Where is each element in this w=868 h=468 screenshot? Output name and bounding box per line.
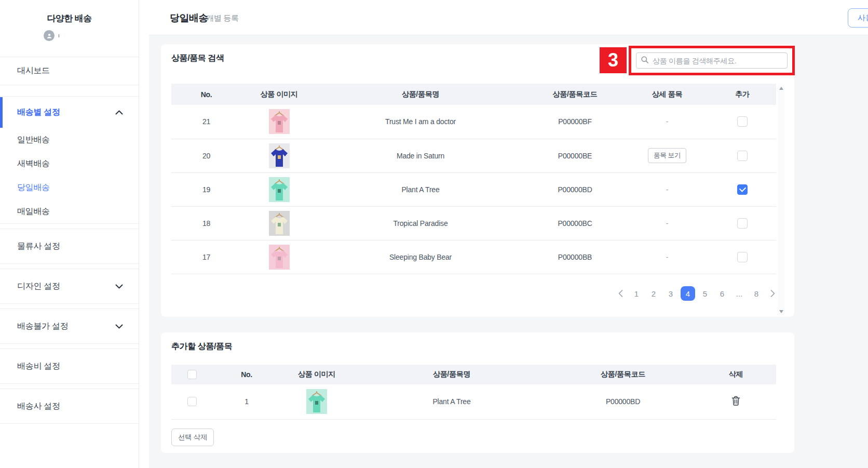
col-name: 상품/품목명 — [317, 84, 524, 105]
product-search-table: No. 상품 이미지 상품/품목명 상품/품목코드 상세 품목 추가 21 Tr… — [171, 84, 776, 274]
usage-guide-button[interactable]: 사용 — [848, 8, 868, 28]
pagination-page-active[interactable]: 4 — [681, 286, 695, 301]
product-image — [306, 389, 327, 414]
add-checkbox[interactable] — [737, 116, 748, 127]
chevron-down-icon — [115, 284, 123, 289]
add-checkbox[interactable] — [737, 218, 748, 229]
table-row: 21 Trust Me I am a doctor P00000BF - — [171, 105, 776, 139]
sidebar-item-delivery-fee-settings[interactable]: 배송비 설정 — [0, 349, 139, 383]
items-to-add-card: 추가할 상품/품목 No. 상품 이미지 상품/품목명 상품/품목코드 삭제 1 — [161, 332, 794, 453]
sidebar-item-dawn-delivery[interactable]: 새벽배송 — [0, 152, 139, 176]
sidebar-item-undeliverable-settings[interactable]: 배송불가 설정 — [0, 309, 139, 343]
col-detail: 상세 품목 — [626, 84, 709, 105]
user-avatar-icon[interactable] — [44, 30, 55, 41]
sidebar-nav: 대시보드 배송별 설정 일반배송 새벽배송 당일배송 매일배송 물류사 설정 디… — [0, 57, 149, 424]
sidebar-item-dashboard[interactable]: 대시보드 — [0, 57, 139, 85]
table-header-row: No. 상품 이미지 상품/품목명 상품/품목코드 삭제 — [171, 365, 776, 384]
pagination: 1 2 3 4 5 6 ... 8 — [614, 286, 779, 301]
col-code: 상품/품목코드 — [524, 84, 626, 105]
sidebar-item-carrier-settings[interactable]: 배송사 설정 — [0, 389, 139, 423]
pagination-next-icon[interactable] — [766, 286, 779, 301]
user-profile[interactable]: ı — [44, 30, 60, 41]
col-no: No. — [171, 84, 241, 105]
product-image — [269, 109, 290, 134]
page-subtitle: 개별 등록 — [206, 14, 239, 23]
pagination-page[interactable]: 5 — [698, 286, 712, 301]
main-area: 당일배송 개별 등록 사용 상품/품목 검색 3 No. 상품 이미지 상품/품… — [149, 0, 868, 468]
chevron-down-icon — [115, 324, 123, 329]
sidebar-header: 다양한 배송 ı — [0, 0, 139, 57]
search-input[interactable] — [653, 57, 783, 65]
product-image — [269, 143, 290, 168]
view-items-button[interactable]: 품목 보기 — [648, 148, 686, 163]
tutorial-step-badge: 3 — [600, 47, 627, 73]
add-card-title: 추가할 상품/품목 — [171, 341, 232, 352]
pagination-page[interactable]: 3 — [663, 286, 678, 301]
top-bar: 당일배송 개별 등록 사용 — [149, 0, 868, 35]
col-delete: 삭제 — [696, 365, 776, 384]
product-search-card: 상품/품목 검색 3 No. 상품 이미지 상품/품목명 상품/품목코드 상세 … — [161, 44, 794, 317]
scroll-up-arrow[interactable] — [779, 87, 783, 90]
product-image — [269, 177, 290, 202]
sidebar-item-logistics-settings[interactable]: 물류사 설정 — [0, 229, 139, 263]
items-to-add-table: No. 상품 이미지 상품/품목명 상품/품목코드 삭제 1 Plant A T… — [171, 365, 776, 420]
col-name: 상품/품목명 — [353, 365, 550, 384]
pagination-page[interactable]: 8 — [749, 286, 764, 301]
row-select-checkbox[interactable] — [187, 397, 197, 406]
pagination-page[interactable]: 6 — [715, 286, 729, 301]
table-row: 1 Plant A Tree P00000BD — [171, 384, 776, 419]
product-image — [269, 245, 290, 270]
pagination-prev-icon[interactable] — [614, 286, 627, 301]
table-row: 20 Made in Saturn P00000BE 품목 보기 — [171, 139, 776, 172]
app-title: 다양한 배송 — [0, 12, 139, 24]
col-code: 상품/품목코드 — [550, 365, 696, 384]
select-all-checkbox[interactable] — [187, 370, 197, 379]
col-image: 상품 이미지 — [241, 84, 317, 105]
add-checkbox[interactable] — [737, 151, 748, 161]
trash-icon — [731, 400, 741, 408]
product-search-field[interactable] — [636, 52, 788, 69]
table-row: 18 Tropical Paradise P00000BC - — [171, 206, 776, 240]
tutorial-highlight-box — [629, 46, 795, 75]
user-name-fragment: ı — [58, 33, 60, 38]
table-row: 17 Sleeping Baby Bear P00000BB - — [171, 240, 776, 274]
product-image — [269, 211, 290, 236]
search-card-title: 상품/품목 검색 — [171, 53, 224, 64]
pagination-page[interactable]: 2 — [646, 286, 661, 301]
col-no: No. — [213, 365, 280, 384]
sidebar: 다양한 배송 ı 대시보드 배송별 설정 일반배송 새벽배송 당일배송 매일배송 — [0, 0, 149, 468]
sidebar-item-daily-delivery[interactable]: 매일배송 — [0, 199, 139, 223]
sidebar-divider — [139, 0, 139, 468]
col-add: 추가 — [709, 84, 776, 105]
delete-selected-button[interactable]: 선택 삭제 — [171, 429, 214, 446]
delete-row-button[interactable] — [730, 394, 742, 409]
page-title: 당일배송 — [170, 11, 208, 25]
sidebar-item-design-settings[interactable]: 디자인 설정 — [0, 269, 139, 303]
sidebar-group-delivery-settings[interactable]: 배송별 설정 — [0, 97, 139, 128]
pagination-ellipsis: ... — [732, 286, 747, 301]
add-checkbox[interactable] — [737, 252, 748, 262]
col-image: 상품 이미지 — [280, 365, 353, 384]
scroll-down-arrow[interactable] — [779, 310, 783, 313]
table-row: 19 Plant A Tree P00000BD - — [171, 172, 776, 206]
sidebar-item-general-delivery[interactable]: 일반배송 — [0, 128, 139, 152]
chevron-up-icon — [115, 110, 123, 115]
sidebar-item-same-day-delivery[interactable]: 당일배송 — [0, 176, 139, 199]
table-scrollbar[interactable] — [778, 85, 784, 315]
table-header-row: No. 상품 이미지 상품/품목명 상품/품목코드 상세 품목 추가 — [171, 84, 776, 105]
pagination-page[interactable]: 1 — [629, 286, 644, 301]
add-checkbox[interactable] — [737, 184, 748, 195]
search-icon — [641, 56, 649, 66]
